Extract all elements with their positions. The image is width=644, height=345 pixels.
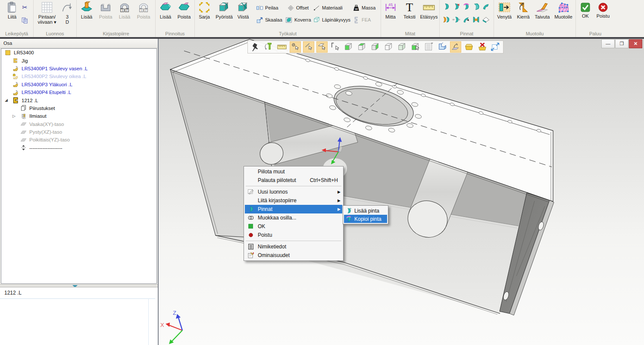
cube-pick-icon[interactable] — [410, 41, 421, 53]
tree-item[interactable]: -------------------- — [1, 144, 156, 152]
paste-button[interactable]: Liitä — [2, 1, 22, 19]
fillet-button[interactable]: Pyöristä — [214, 1, 234, 19]
libfeature-add-button[interactable]: Lisää — [78, 1, 96, 19]
menu-item[interactable]: Poistu — [245, 231, 342, 239]
menu-item[interactable]: Liitä kirjastopiirre▶ — [245, 196, 342, 205]
surface-delete-icon[interactable] — [452, 3, 460, 11]
rotate-measure-icon[interactable] — [263, 41, 274, 53]
fea-button[interactable]: FEA — [353, 16, 371, 24]
mass-button[interactable]: 10 Massa — [353, 4, 375, 12]
tree-item[interactable]: LR53400P1 Sivulevy vasen .L — [1, 65, 156, 72]
pin-icon[interactable] — [250, 41, 261, 53]
cube-solid-icon[interactable] — [397, 41, 408, 53]
freeform-button[interactable]: Muotoile — [552, 1, 575, 19]
surface-bend-icon[interactable] — [482, 3, 490, 11]
face-remove-button[interactable]: Poista — [175, 1, 194, 19]
transparency-button[interactable]: Läpinäkyvyys — [313, 16, 350, 24]
surface-move-icon[interactable] — [452, 16, 460, 24]
ribbon-group-forming: Venytä Kierrä Taivuta Muotoile Muotoilu — [494, 0, 576, 37]
text-button[interactable]: T Teksti — [401, 1, 418, 19]
select-edge-icon[interactable] — [303, 41, 314, 53]
menu-item[interactable]: Ominaisuudet — [245, 251, 342, 260]
menu-item[interactable]: OK — [245, 222, 342, 231]
shell-button[interactable]: Koverra — [285, 16, 311, 24]
sketch-plane-icon[interactable] — [450, 41, 461, 53]
basket-icon[interactable] — [463, 41, 475, 53]
cube-top-icon[interactable] — [356, 41, 368, 53]
scale-button[interactable]: Skaalaa — [256, 16, 282, 24]
bend-button[interactable]: Taivuta — [532, 1, 552, 19]
menu-item[interactable]: Nimiketiedot — [245, 242, 342, 251]
tree-item[interactable]: ◢1212 .L — [1, 96, 156, 104]
menu-item[interactable]: Kopioi pinta — [344, 215, 387, 223]
tree-item[interactable]: Vaaka(XY)-taso — [1, 120, 156, 128]
extrude-icon[interactable] — [437, 41, 448, 53]
exit-button[interactable]: Poistu — [594, 2, 612, 19]
face-add-button[interactable]: Lisää — [156, 1, 175, 19]
menu-item[interactable]: Palauta piilotetutCtrl+Shift+H — [245, 176, 342, 185]
libfeature-remove-button[interactable]: Poista — [96, 1, 115, 19]
restore-button[interactable]: ❐ — [615, 39, 628, 48]
tree-item[interactable]: Poikittais(YZ)-taso — [1, 136, 156, 144]
tree-item[interactable]: LR53400 — [1, 49, 156, 56]
expand-arrow-icon[interactable]: ▷ — [13, 114, 17, 118]
sketch-3d-button[interactable]: 3D — [59, 1, 75, 25]
select-point-icon[interactable] — [290, 41, 301, 53]
basket-delete-icon[interactable] — [477, 41, 488, 53]
stretch-button[interactable]: Venytä — [495, 1, 514, 19]
minimize-button[interactable]: — — [601, 39, 615, 48]
dimension-button[interactable]: 45 Mitta — [382, 1, 399, 19]
menu-item[interactable]: Muokkaa osilla... — [245, 213, 342, 222]
close-button[interactable]: ✕ — [629, 39, 642, 48]
cube-left-icon[interactable] — [370, 41, 381, 53]
tree-item[interactable]: LR53400P3 Yläkuori .L — [1, 81, 156, 88]
menu-item-label: Muokkaa osilla... — [258, 215, 341, 221]
collapse-arrow-icon[interactable]: ◢ — [5, 98, 9, 102]
menu-item[interactable]: Lisää pinta — [344, 207, 387, 215]
tree-item[interactable]: Piirustukset — [1, 104, 156, 112]
tree-item[interactable]: Pysty(XZ)-taso — [1, 128, 156, 136]
part-icon — [13, 81, 19, 88]
surface-flip-icon[interactable] — [462, 16, 470, 24]
menu-item[interactable]: Uusi luonnos▶ — [245, 188, 342, 196]
tree-item[interactable]: LR53400P4 Etupelti .L — [1, 88, 156, 96]
cut-button[interactable]: ✂ — [21, 3, 28, 11]
tree-item[interactable]: ▷Ilmiasut — [1, 112, 156, 120]
menu-item[interactable]: Pinnat▶ — [245, 205, 342, 213]
cube-front-icon[interactable] — [343, 41, 354, 53]
selection-list-panel: 1212 .L — [0, 287, 158, 345]
twist-button[interactable]: Kierrä — [514, 1, 532, 19]
viewport-canvas[interactable]: Z X — [159, 39, 644, 345]
distance-button[interactable]: Etäisyys — [419, 1, 439, 19]
ok-button[interactable]: OK — [578, 2, 593, 19]
select-feature-icon[interactable] — [330, 41, 341, 53]
menu-item[interactable]: Piilota muut — [245, 167, 342, 176]
3d-viewport[interactable]: Z X — ❐ ✕ Piilota muutPalauta piilotetut… — [158, 39, 644, 345]
list-icon[interactable] — [423, 41, 435, 53]
copy-button[interactable] — [21, 16, 28, 24]
sketch-on-face-button[interactable]: Pintaan/viivaan ▾ — [35, 1, 59, 25]
tree-item[interactable]: Jig — [1, 56, 156, 64]
tree-item[interactable]: LR53400P2 Sivulevy oikea .L — [1, 72, 156, 80]
offset-button[interactable]: Offset — [287, 4, 309, 12]
libfeature-remove-numbered-button[interactable]: 12 Poista — [134, 1, 153, 19]
chamfer-button[interactable]: Viistä — [234, 1, 252, 19]
text-icon: T — [403, 1, 416, 13]
surface-pair-icon[interactable] — [442, 16, 450, 24]
select-face-icon[interactable] — [316, 41, 328, 53]
surface-copy-icon[interactable] — [462, 3, 470, 11]
menu-item-label: Lisää pinta — [354, 208, 386, 214]
pattern-button[interactable]: Sarja — [196, 1, 213, 19]
cube-wire-icon[interactable] — [383, 41, 394, 53]
expand-icon[interactable] — [490, 41, 501, 53]
ruler-icon[interactable] — [276, 41, 288, 53]
mirror-button[interactable]: Peilaa — [256, 4, 278, 12]
surface-join-icon[interactable] — [472, 16, 480, 24]
surface-curved-icon[interactable] — [472, 3, 480, 11]
material-button[interactable]: Materiaali — [313, 4, 343, 12]
surface-new-icon[interactable] — [442, 3, 450, 11]
surface-offset-icon[interactable] — [482, 16, 490, 24]
svg-text:1: 1 — [122, 9, 123, 12]
part-tree[interactable]: LR53400JigLR53400P1 Sivulevy vasen .LLR5… — [1, 48, 157, 284]
libfeature-add-numbered-button[interactable]: 12 Lisää — [116, 1, 134, 19]
